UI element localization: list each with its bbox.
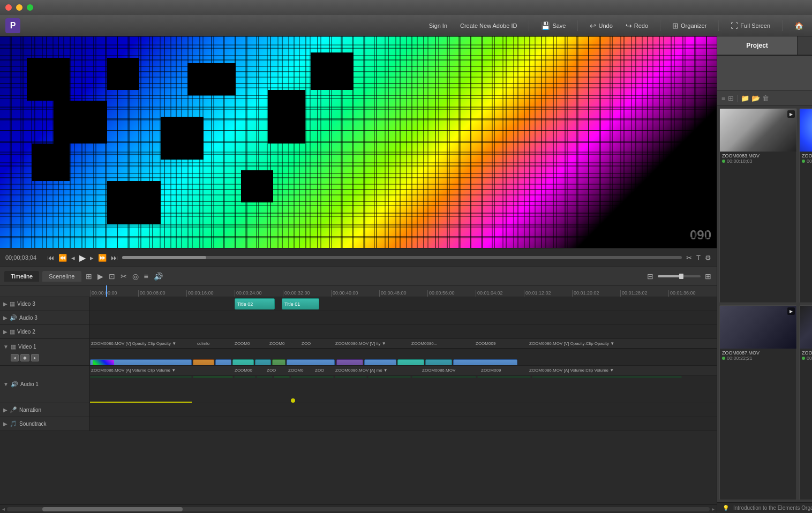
home-button[interactable]: 🏠: [791, 20, 807, 32]
track-label-video1: Video 1: [18, 344, 36, 350]
v1-clip-11[interactable]: [453, 359, 517, 365]
track-content-narration[interactable]: [90, 403, 717, 417]
film-icon-video2: ▦: [10, 328, 15, 335]
tab-timeline[interactable]: Timeline: [4, 271, 39, 282]
goto-end-icon[interactable]: ⏭: [111, 254, 118, 262]
track-content-video2[interactable]: [90, 325, 717, 338]
v1-clip-3[interactable]: [232, 359, 254, 365]
v1-clip-5[interactable]: [272, 359, 285, 365]
undo-button[interactable]: ↩ Undo: [587, 20, 615, 32]
timeline-tool-2[interactable]: ▶: [96, 271, 104, 282]
menu-separator-5: [782, 20, 783, 31]
settings-icon[interactable]: ⚙: [705, 254, 711, 262]
v1-clip-6[interactable]: [287, 359, 335, 365]
track-content-audio1[interactable]: ZOOM0086.MOV [A] Volume:Clip Volume ▼ ZO…: [90, 366, 717, 403]
track-content-soundtrack[interactable]: [90, 417, 717, 431]
track-content-video1[interactable]: ZOOM0086.MOV [V] Opacity:Clip Opacity ▼ …: [90, 339, 717, 365]
media-badge-4: ▶: [787, 307, 795, 315]
track-expand-audio3[interactable]: ▶: [3, 315, 7, 321]
media-name-4: ZOOM0087.MOV: [722, 350, 794, 356]
text-icon[interactable]: T: [696, 254, 701, 262]
media-item-1[interactable]: ▶ ZOOM0084.MOV 00:00:15;00: [799, 108, 812, 303]
track-expand-video3[interactable]: ▶: [3, 301, 7, 307]
zoom-in-icon[interactable]: ⊞: [704, 271, 712, 282]
v1-clip-10[interactable]: [425, 359, 452, 365]
timeline-tool-6[interactable]: ≡: [143, 271, 149, 282]
next-keyframe-btn[interactable]: ▸: [31, 354, 39, 361]
v1-clip-4[interactable]: [255, 359, 271, 365]
ruler-mark-9: 00:01:12:02: [524, 290, 572, 297]
timeline-tool-4[interactable]: ✂: [119, 271, 128, 282]
clip-title02[interactable]: Title 02: [235, 298, 275, 310]
v1-clip-1[interactable]: [193, 359, 214, 365]
track-row-video3: ▶ ▦ Video 3 Title 02 Title 01: [0, 297, 717, 311]
right-panel: Project Edit Disc Menus Share 🎬 Media 📥 …: [717, 36, 812, 513]
track-expand-narration[interactable]: ▶: [3, 407, 7, 413]
v1-clip-8[interactable]: [364, 359, 396, 365]
tab-sceneline[interactable]: Sceneline: [42, 271, 81, 282]
folder-add-icon[interactable]: 📂: [751, 94, 760, 102]
close-button[interactable]: [5, 4, 12, 11]
media-item-4[interactable]: ▶ ZOOM0087.MOV 00:00:22;21: [719, 305, 797, 500]
scroll-track[interactable]: [7, 507, 710, 511]
step-forward-icon[interactable]: ⏩: [98, 254, 107, 262]
add-keyframe-btn[interactable]: ◆: [20, 354, 29, 361]
tracks-area[interactable]: ▶ ▦ Video 3 Title 02 Title 01 ▶: [0, 297, 717, 504]
ruler-mark-2: 00:00:16:00: [186, 290, 235, 297]
media-name-0: ZOOM0083.MOV: [722, 153, 794, 159]
track-expand-soundtrack[interactable]: ▶: [3, 421, 7, 427]
tab-edit[interactable]: Edit: [798, 36, 812, 55]
delete-icon[interactable]: 🗑: [762, 94, 769, 102]
maximize-button[interactable]: [27, 4, 33, 11]
film-icon-video3: ▦: [10, 300, 15, 307]
folder-icon[interactable]: 📁: [741, 94, 749, 102]
playback-progress[interactable]: [122, 256, 682, 259]
prev-frame-icon[interactable]: ◂: [71, 254, 75, 262]
goto-start-icon[interactable]: ⏮: [47, 254, 54, 262]
signin-button[interactable]: Sign In: [426, 21, 450, 31]
ruler-mark-11: 00:01:28:02: [620, 290, 668, 297]
next-frame-icon[interactable]: ▸: [90, 254, 94, 262]
media-info-4: ZOOM0087.MOV 00:00:22;21: [720, 349, 796, 363]
ruler-mark-1: 00:00:08:00: [138, 290, 186, 297]
track-content-video3[interactable]: Title 02 Title 01: [90, 297, 717, 311]
fullscreen-button[interactable]: ⛶ Full Screen: [727, 20, 773, 32]
v1-clip-2[interactable]: [215, 359, 231, 365]
track-expand-video1[interactable]: ▼: [3, 344, 9, 350]
track-header-audio1: ▼ 🔊 Audio 1: [0, 366, 90, 403]
undo-icon: ↩: [590, 21, 596, 30]
app-logo: P: [5, 18, 20, 33]
v1-clip-7[interactable]: [336, 359, 363, 365]
clip-title01[interactable]: Title 01: [282, 298, 319, 310]
step-back-icon[interactable]: ⏪: [58, 254, 67, 262]
scroll-left-arrow[interactable]: ◂: [2, 506, 5, 512]
timeline-tool-3[interactable]: ⊡: [108, 271, 116, 282]
zoom-out-icon[interactable]: ⊟: [646, 271, 655, 282]
timeline-tool-5[interactable]: ◎: [131, 271, 140, 282]
v1-clip-0[interactable]: [90, 359, 192, 365]
save-button[interactable]: 💾 Save: [538, 20, 569, 32]
media-item-0[interactable]: ▶ ZOOM0083.MOV 00:00:18;03: [719, 108, 797, 303]
v1-clip-9[interactable]: [397, 359, 424, 365]
play-button[interactable]: ▶: [79, 253, 86, 263]
volume-icon[interactable]: 🔊: [153, 271, 164, 282]
track-expand-audio1[interactable]: ▼: [3, 381, 9, 387]
timeline-tool-1[interactable]: ⊞: [85, 271, 93, 282]
media-item-5[interactable]: ▶ ZOOM0088.MOV 00:00:28;03: [799, 305, 812, 500]
redo-button[interactable]: ↪ Redo: [622, 20, 651, 32]
minimize-button[interactable]: [16, 4, 22, 11]
track-content-audio3[interactable]: [90, 311, 717, 325]
scissors-icon[interactable]: ✂: [686, 254, 692, 262]
scroll-right-arrow[interactable]: ▸: [712, 506, 715, 512]
zoom-slider[interactable]: [658, 275, 701, 277]
track-expand-video2[interactable]: ▶: [3, 329, 7, 335]
media-grid[interactable]: ▶ ZOOM0083.MOV 00:00:18;03 ▶ ZOOM0084.MO…: [717, 106, 812, 502]
create-adobe-id-button[interactable]: Create New Adobe ID: [457, 21, 520, 31]
media-dot-4: [722, 357, 725, 360]
organizer-button[interactable]: ⊞ Organizer: [669, 20, 710, 32]
tab-project[interactable]: Project: [717, 36, 798, 55]
grid-view-icon[interactable]: ⊞: [728, 94, 734, 102]
media-info-5: ZOOM0088.MOV 00:00:28;03: [800, 349, 812, 363]
list-view-icon[interactable]: ≡: [721, 94, 726, 102]
prev-keyframe-btn[interactable]: ◂: [11, 354, 19, 361]
